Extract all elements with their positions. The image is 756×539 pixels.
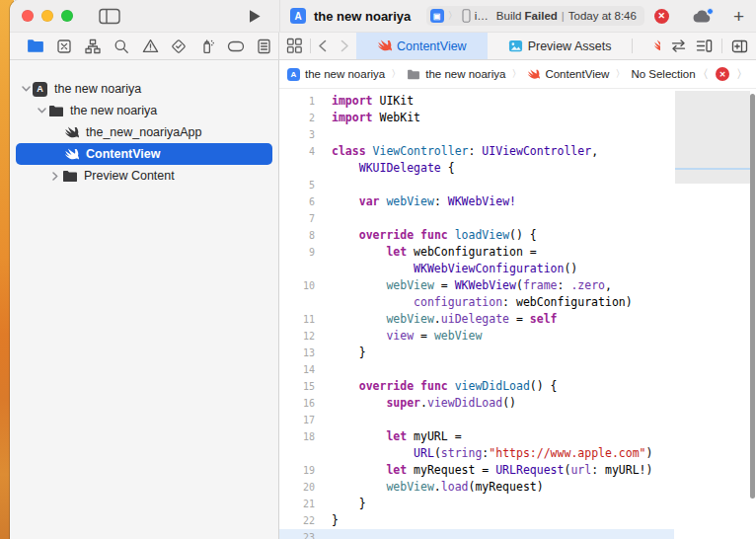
swift-icon xyxy=(527,68,540,81)
navtab-debug-navigator[interactable] xyxy=(192,38,221,54)
jumpbar-segment-the-new-noariya[interactable]: Athe new noariya xyxy=(287,68,385,81)
code-line[interactable]: 15 override func viewDidLoad() { xyxy=(279,378,756,395)
code-line[interactable]: 7 xyxy=(279,210,756,227)
sidebar-item-contentview[interactable]: ContentView xyxy=(16,143,272,165)
code-line[interactable]: 3 xyxy=(279,126,756,143)
symbol-navigator-icon xyxy=(85,38,101,54)
line-number: 8 xyxy=(279,227,315,244)
code-line[interactable]: 13 } xyxy=(279,345,756,361)
back-button[interactable] xyxy=(311,33,334,59)
source-editor[interactable]: 1import UIKit2import WebKit34class ViewC… xyxy=(279,89,756,539)
sidebar-item-the-new-noariyaapp[interactable]: the_new_noariyaApp xyxy=(10,121,278,143)
segment-label: No Selection xyxy=(631,68,695,80)
navtab-symbol-navigator[interactable] xyxy=(79,38,108,54)
vertical-scrollbar[interactable] xyxy=(750,94,755,499)
line-number: 17 xyxy=(279,412,315,428)
code-text: webView = WKWebView(frame: .zero, xyxy=(315,277,612,294)
navtab-source-control-navigator[interactable] xyxy=(50,38,79,54)
code-line[interactable]: 21 } xyxy=(279,496,756,512)
project-app-icon: A xyxy=(290,8,306,24)
code-line[interactable]: 4class ViewController: UIViewController, xyxy=(279,143,756,160)
jumpbar-segment-no-selection[interactable]: No Selection xyxy=(631,68,695,80)
code-line[interactable]: 1import UIKit xyxy=(279,93,756,110)
breakpoint-navigator-icon xyxy=(227,40,245,52)
code-line[interactable]: 9 let webConfiguration = xyxy=(279,244,756,261)
titlebar-right: A the new noariya ▣ 〉 i… Build Failed | … xyxy=(279,0,756,32)
sidebar-item-the-new-noariya[interactable]: Athe new noariya xyxy=(10,78,278,100)
editor-pane: Athe new noariya〉the new noariya〉Content… xyxy=(279,60,756,539)
file-label: ContentView xyxy=(86,147,160,161)
code-review-icon[interactable] xyxy=(670,39,687,52)
code-line[interactable]: 12 view = webView xyxy=(279,328,756,345)
file-label: the new noariya xyxy=(54,82,141,96)
code-line[interactable]: 20 webView.load(myRequest) xyxy=(279,479,756,496)
add-tab-button[interactable]: + xyxy=(733,7,744,26)
run-button[interactable] xyxy=(248,9,262,24)
jumpbar-error-badge[interactable]: ✕ xyxy=(716,67,729,81)
divider xyxy=(721,38,722,53)
add-editor-icon[interactable] xyxy=(731,39,748,53)
xcode-cloud-icon[interactable] xyxy=(693,10,712,23)
code-line[interactable]: 2import WebKit xyxy=(279,110,756,126)
code-text: import UIKit xyxy=(315,93,414,110)
navtab-issue-navigator[interactable] xyxy=(136,38,165,53)
code-line[interactable]: 5 xyxy=(279,177,756,193)
line-number: 3 xyxy=(279,126,315,143)
code-line[interactable]: 8 override func loadView() { xyxy=(279,227,756,244)
code-line[interactable]: 11 webView.uiDelegate = self xyxy=(279,311,756,328)
app-icon: A xyxy=(287,68,300,81)
navtab-project-navigator[interactable] xyxy=(22,38,50,53)
code-line[interactable]: WKUIDelegate { xyxy=(279,160,756,177)
jumpbar-forward-icon[interactable]: 〉 xyxy=(736,66,748,83)
editor-options-icon[interactable] xyxy=(696,38,713,53)
build-time: Today at 8:46 xyxy=(568,10,637,22)
code-line[interactable]: 17 xyxy=(279,412,756,428)
code-line[interactable]: 6 var webView: WKWebView! xyxy=(279,193,756,210)
related-items-icon[interactable] xyxy=(279,33,310,59)
forward-button[interactable] xyxy=(334,33,356,59)
editor-tab-preview-assets[interactable]: Preview Assets xyxy=(488,33,633,59)
line-number: 1 xyxy=(279,93,315,110)
app-icon: A xyxy=(33,82,47,97)
sidebar-item-preview-content[interactable]: Preview Content xyxy=(10,165,278,187)
code-line[interactable]: URL(string:"https://www.apple.com") xyxy=(279,445,756,462)
toggle-navigator-icon[interactable] xyxy=(99,8,120,25)
code-line[interactable]: configuration: webConfiguration) xyxy=(279,294,756,311)
disclosure-down-icon[interactable] xyxy=(20,86,32,92)
code-line[interactable]: 18 let myURL = xyxy=(279,428,756,445)
sidebar-item-the-new-noariya[interactable]: the new noariya xyxy=(10,100,278,121)
jumpbar-back-icon[interactable]: 〈 xyxy=(697,66,709,83)
photos-icon xyxy=(508,38,523,53)
navtab-find-navigator[interactable] xyxy=(108,38,136,54)
zoom-button[interactable] xyxy=(61,10,73,22)
code-line[interactable]: 14 xyxy=(279,361,756,378)
code-line[interactable]: 10 webView = WKWebView(frame: .zero, xyxy=(279,277,756,294)
navtab-breakpoint-navigator[interactable] xyxy=(221,40,250,52)
screen: A the new noariya ▣ 〉 i… Build Failed | … xyxy=(0,0,756,539)
line-number xyxy=(279,445,315,462)
line-number: 21 xyxy=(279,496,315,512)
disclosure-down-icon[interactable] xyxy=(36,108,47,114)
tab-label: Preview Assets xyxy=(528,39,612,53)
pill-separator: | xyxy=(562,10,565,22)
activity-status-pill[interactable]: ▣ 〉 i… Build Failed | Today at 8:46 xyxy=(426,6,644,26)
titlebar-left xyxy=(10,0,279,32)
code-line[interactable]: 19 let myRequest = URLRequest(url: myURL… xyxy=(279,462,756,479)
navtab-test-navigator[interactable] xyxy=(164,38,192,54)
jumpbar-segment-contentview[interactable]: ContentView xyxy=(527,68,609,81)
code-line[interactable]: 16 super.viewDidLoad() xyxy=(279,395,756,412)
close-button[interactable] xyxy=(22,10,34,22)
code-text: let myURL = xyxy=(315,428,462,445)
minimize-button[interactable] xyxy=(41,10,53,22)
code-line[interactable]: 22} xyxy=(279,512,756,529)
editor-tab-contentview[interactable]: ContentView xyxy=(356,33,488,59)
disclosure-right-icon[interactable] xyxy=(49,172,61,181)
navtab-report-navigator[interactable] xyxy=(250,38,278,54)
error-count-badge[interactable]: ✕ xyxy=(654,9,669,24)
code-line[interactable]: WKWebViewConfiguration() xyxy=(279,261,756,277)
jumpbar-segment-the-new-noariya[interactable]: the new noariya xyxy=(407,68,505,80)
code-text: import WebKit xyxy=(315,110,420,126)
window-title: the new noariya xyxy=(314,9,411,24)
code-text xyxy=(315,126,332,143)
code-line[interactable]: 23 xyxy=(279,529,756,539)
